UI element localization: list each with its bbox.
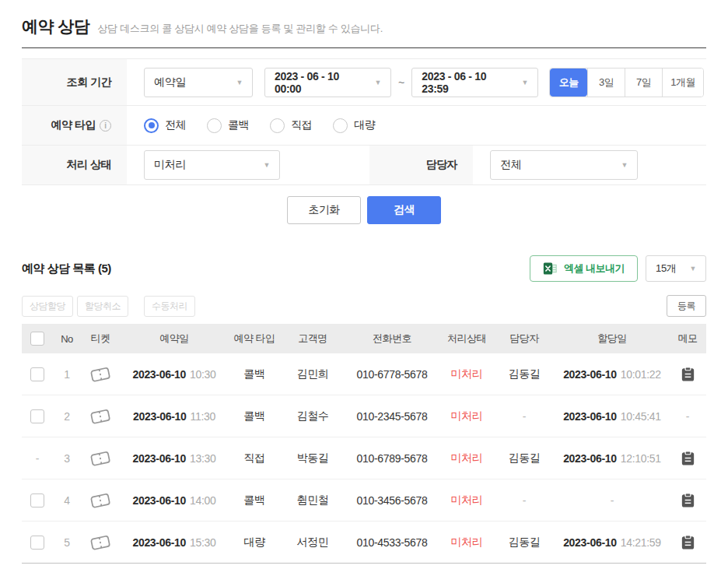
col-type: 예약 타입 [229,332,280,346]
row-number: 2 [53,410,81,423]
col-manager: 담당자 [495,332,554,346]
reserve-date: 2023-06-1015:30 [120,536,229,549]
manager-select[interactable]: 전체 ▼ [490,150,638,180]
col-memo: 메모 [670,332,705,346]
customer-name: 김철수 [280,409,345,423]
filter-row-period: 조회 기간 예약일 ▼ 2023 - 06 - 10 00:00 ▼ ~ 202… [22,59,706,106]
table-body: 12023-06-1010:30콜백김민희010-6778-5678미처리김동길… [22,353,706,564]
cancel-assign-button[interactable]: 할당취소 [77,296,128,317]
period-type-select[interactable]: 예약일 ▼ [144,68,253,97]
col-customer: 고객명 [280,332,345,346]
reserve-type: 콜백 [229,493,280,508]
radio-callback-label: 콜백 [228,118,249,132]
list-title: 예약 상담 목록 (5) [22,262,111,276]
radio-bulk-label: 대량 [354,118,375,132]
search-button[interactable]: 검색 [367,196,441,224]
chevron-down-icon: ▼ [236,79,243,86]
reserve-type: 콜백 [229,409,280,423]
date-from-select[interactable]: 2023 - 06 - 10 00:00 ▼ [264,68,391,97]
manager-value: 전체 [500,158,521,172]
radio-direct-label: 직접 [291,118,312,132]
phone-number: 010-6789-5678 [345,452,439,465]
select-all-checkbox[interactable] [30,332,44,346]
excel-icon [543,262,558,276]
reserve-date: 2023-06-1014:00 [120,494,229,507]
radio-all-label: 전체 [165,118,186,132]
table-row: 52023-06-1015:30대량서정민010-4533-5678미처리김동길… [22,522,706,564]
row-number: 5 [53,536,81,549]
info-icon[interactable]: i [100,120,111,132]
page-title: 예약 상담 [22,16,89,37]
ticket-button[interactable] [90,451,110,466]
process-status-value: 미처리 [154,158,186,172]
ticket-button[interactable] [90,535,110,550]
table-header: No 티켓 예약일 예약 타입 고객명 전화번호 처리상태 담당자 할당일 메모 [22,324,706,353]
empty-dash: - [36,452,39,465]
table-row: 42023-06-1014:00콜백췸민철010-3456-5678미처리-- [22,479,706,522]
manager-name: - [495,410,554,423]
memo-button[interactable] [681,451,695,465]
row-checkbox[interactable] [30,409,44,423]
radio-direct[interactable]: 직접 [270,118,312,133]
ticket-button[interactable] [90,367,110,382]
chevron-down-icon: ▼ [263,161,270,169]
row-checkbox[interactable] [30,493,44,508]
period-type-value: 예약일 [154,76,186,90]
ticket-button[interactable] [90,493,110,508]
excel-export-label: 엑셀 내보내기 [564,262,625,276]
status-badge: 미처리 [439,367,495,381]
quick-range-today-button[interactable]: 오늘 [550,68,587,97]
status-badge: 미처리 [439,409,495,423]
quick-range-7days-button[interactable]: 7일 [625,68,662,97]
select-all-cell [22,332,53,346]
page-size-value: 15개 [656,262,677,276]
ticket-icon [89,532,112,552]
radio-bulk[interactable]: 대량 [333,118,375,133]
filter-box: 조회 기간 예약일 ▼ 2023 - 06 - 10 00:00 ▼ ~ 202… [22,58,706,185]
phone-number: 010-6778-5678 [345,368,439,381]
chevron-down-icon: ▼ [374,79,381,86]
action-bar: 상담할당 할당취소 수동처리 등록 [22,295,706,317]
quick-range-1month-button[interactable]: 1개월 [662,68,703,97]
row-check-cell [22,367,53,381]
reserve-date: 2023-06-1011:30 [120,410,229,423]
assign-date: 2023-06-1012:10:51 [554,452,670,465]
manager-name: - [495,494,554,507]
col-reserve-date: 예약일 [120,332,229,346]
process-status-select[interactable]: 미처리 ▼ [144,150,280,180]
register-button[interactable]: 등록 [667,295,706,317]
excel-export-button[interactable]: 엑셀 내보내기 [530,255,638,282]
assign-date: 2023-06-1010:01:22 [554,368,670,381]
memo-button[interactable] [681,535,695,550]
assign-date: - [554,494,670,507]
customer-name: 박동길 [280,451,345,465]
manual-process-button[interactable]: 수동처리 [144,296,195,317]
customer-name: 췸민철 [280,493,345,508]
ticket-icon [89,364,112,384]
page-size-select[interactable]: 15개 ▼ [646,255,706,282]
row-number: 3 [53,452,81,465]
col-phone: 전화번호 [345,332,439,346]
row-checkbox[interactable] [30,536,44,550]
memo-button[interactable] [681,367,695,381]
memo-button[interactable] [681,493,695,508]
reserve-type: 직접 [229,451,280,465]
assign-consult-button[interactable]: 상담할당 [22,296,73,317]
row-check-cell [22,493,53,508]
row-checkbox[interactable] [30,367,44,381]
filter-row-type: 예약 타입 i 전체 콜백 직접 대량 [22,106,706,146]
ticket-icon [89,406,112,426]
quick-range-3days-button[interactable]: 3일 [587,68,625,97]
date-to-select[interactable]: 2023 - 06 - 10 23:59 ▼ [411,68,538,97]
radio-callback[interactable]: 콜백 [207,118,249,133]
phone-number: 010-3456-5678 [345,494,439,507]
manager-content: 전체 ▼ [473,146,706,184]
date-to-value: 2023 - 06 - 10 23:59 [422,70,515,95]
date-range-tilde: ~ [398,76,404,89]
phone-number: 010-4533-5678 [345,536,439,549]
memo-icon [681,535,695,550]
assign-date: 2023-06-1014:21:59 [554,536,670,549]
ticket-button[interactable] [90,409,110,424]
reset-button[interactable]: 초기화 [287,196,361,224]
radio-all[interactable]: 전체 [144,118,186,133]
